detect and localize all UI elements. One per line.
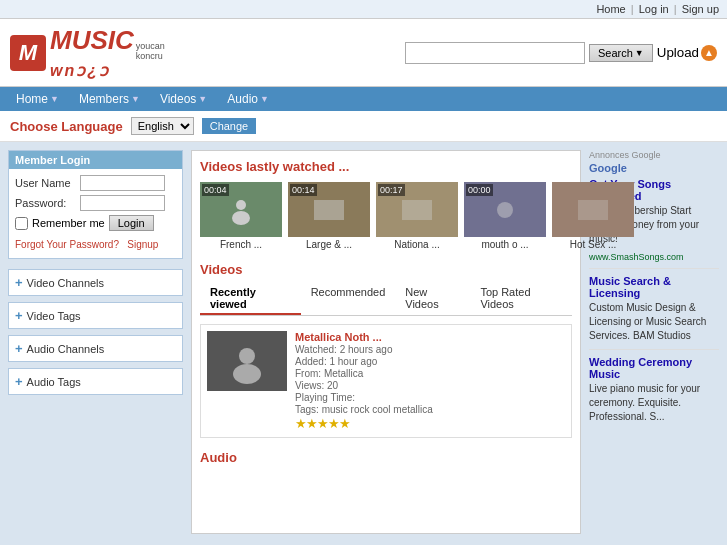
thumb-img-1: 00:04: [200, 182, 282, 237]
video-thumb-4[interactable]: 00:00 mouth o ...: [464, 182, 546, 250]
ad-divider-2: [589, 349, 719, 350]
search-button[interactable]: Search ▼: [589, 44, 653, 62]
tab-recommended[interactable]: Recommended: [301, 283, 396, 315]
videos-tabs: Recently viewed Recommended New Videos T…: [200, 283, 572, 316]
thumb-duration-1: 00:04: [202, 184, 229, 196]
svg-rect-5: [578, 200, 608, 220]
member-login-body: User Name Password: Remember me Login Fo…: [9, 169, 182, 258]
main: Member Login User Name Password: Remembe…: [0, 142, 727, 542]
videos-watched-title: Videos lastly watched ...: [200, 159, 572, 174]
thumb-label-1: French ...: [200, 239, 282, 250]
thumb-duration-2: 00:14: [290, 184, 317, 196]
member-login-box: Member Login User Name Password: Remembe…: [8, 150, 183, 259]
choose-language-label: Choose Language: [10, 119, 123, 134]
upload-icon: ▲: [701, 45, 717, 61]
nav-audio[interactable]: Audio ▼: [217, 87, 279, 111]
tab-recently-viewed[interactable]: Recently viewed: [200, 283, 301, 315]
thumb-duration-4: 00:00: [466, 184, 493, 196]
nav-home[interactable]: Home ▼: [6, 87, 69, 111]
ad-divider-1: [589, 268, 719, 269]
forgot-password-link[interactable]: Forgot Your Password?: [15, 239, 119, 250]
thumb-label-3: Nationa ...: [376, 239, 458, 250]
login-link[interactable]: Log in: [639, 3, 669, 15]
username-label: User Name: [15, 177, 80, 189]
language-select[interactable]: English: [131, 117, 194, 135]
password-row: Password:: [15, 195, 176, 211]
ad2-link[interactable]: Music Search & Licensing: [589, 275, 719, 299]
remember-row: Remember me Login: [15, 215, 176, 231]
ad2-text: Custom Music Design & Licensing or Music…: [589, 301, 719, 343]
ad1-url: www.SmashSongs.com: [589, 252, 719, 262]
logo-bottom: wnɔ¿ɔ: [50, 61, 165, 80]
video-card-thumbnail[interactable]: [207, 331, 287, 391]
sidebar-video-tags[interactable]: + Video Tags: [8, 302, 183, 329]
upload-button[interactable]: Upload ▲: [657, 45, 717, 61]
remember-me-label: Remember me: [32, 217, 105, 229]
nav-videos-arrow: ▼: [198, 94, 207, 104]
nav-members-arrow: ▼: [131, 94, 140, 104]
logo-youcan: youcan: [136, 41, 165, 51]
lang-bar: Choose Language English Change: [0, 111, 727, 142]
login-button[interactable]: Login: [109, 215, 154, 231]
video-thumb-1[interactable]: 00:04 French ...: [200, 182, 282, 250]
audio-section-title: Audio: [200, 450, 572, 465]
nav-audio-arrow: ▼: [260, 94, 269, 104]
sidebar-video-tags-label: Video Tags: [27, 310, 81, 322]
plus-icon: +: [15, 374, 23, 389]
ad3-text: Live piano music for your ceremony. Exqu…: [589, 382, 719, 424]
video-card-from: From: Metallica: [295, 368, 565, 379]
svg-point-4: [497, 202, 513, 218]
nav-videos[interactable]: Videos ▼: [150, 87, 217, 111]
thumb-img-3: 00:17: [376, 182, 458, 237]
sidebar-video-channels[interactable]: + Video Channels: [8, 269, 183, 296]
videos-section-title: Videos: [200, 262, 572, 277]
svg-point-1: [232, 211, 250, 225]
plus-icon: +: [15, 275, 23, 290]
ad3-link[interactable]: Wedding Ceremony Music: [589, 356, 719, 380]
logo-text-block: MUSIC youcan koncru wnɔ¿ɔ: [50, 25, 165, 80]
video-card-playing: Playing Time:: [295, 392, 565, 403]
logo: M MUSIC youcan koncru wnɔ¿ɔ: [10, 25, 165, 80]
google-badge: Google: [589, 162, 719, 174]
thumb-img-2: 00:14: [288, 182, 370, 237]
tab-new-videos[interactable]: New Videos: [395, 283, 470, 315]
logo-koncru: koncru: [136, 51, 165, 61]
tab-top-rated[interactable]: Top Rated Videos: [470, 283, 572, 315]
search-arrow-icon: ▼: [635, 48, 644, 58]
search-area: Search ▼ Upload ▲: [405, 42, 717, 64]
svg-rect-2: [314, 200, 344, 220]
remember-me-checkbox[interactable]: [15, 217, 28, 230]
center-content: Videos lastly watched ... 00:04 French .…: [191, 150, 581, 534]
video-card-title: Metallica Noth ...: [295, 331, 565, 343]
sidebar-audio-channels[interactable]: + Audio Channels: [8, 335, 183, 362]
annonces-label: Annonces Google: [589, 150, 719, 160]
search-input[interactable]: [405, 42, 585, 64]
svg-rect-3: [402, 200, 432, 220]
password-input[interactable]: [80, 195, 165, 211]
thumb-label-2: Large & ...: [288, 239, 370, 250]
header: M MUSIC youcan koncru wnɔ¿ɔ Search ▼ Upl…: [0, 19, 727, 87]
top-bar: Home | Log in | Sign up: [0, 0, 727, 19]
video-card-added: Added: 1 hour ago: [295, 356, 565, 367]
signup-link[interactable]: Sign up: [682, 3, 719, 15]
video-thumb-3[interactable]: 00:17 Nationa ...: [376, 182, 458, 250]
home-link[interactable]: Home: [596, 3, 625, 15]
logo-icon: M: [10, 35, 46, 71]
sidebar-audio-tags[interactable]: + Audio Tags: [8, 368, 183, 395]
member-login-header: Member Login: [9, 151, 182, 169]
video-thumb-2[interactable]: 00:14 Large & ...: [288, 182, 370, 250]
logo-top: MUSIC youcan koncru: [50, 25, 165, 61]
nav-home-arrow: ▼: [50, 94, 59, 104]
sidebar: Member Login User Name Password: Remembe…: [8, 150, 183, 534]
video-card-watched: Watched: 2 hours ago: [295, 344, 565, 355]
svg-point-0: [236, 200, 246, 210]
signup-link[interactable]: Signup: [127, 239, 158, 250]
password-label: Password:: [15, 197, 80, 209]
nav-members[interactable]: Members ▼: [69, 87, 150, 111]
nav: Home ▼ Members ▼ Videos ▼ Audio ▼: [0, 87, 727, 111]
plus-icon: +: [15, 308, 23, 323]
username-row: User Name: [15, 175, 176, 191]
username-input[interactable]: [80, 175, 165, 191]
change-language-button[interactable]: Change: [202, 118, 257, 134]
video-card: Metallica Noth ... Watched: 2 hours ago …: [200, 324, 572, 438]
